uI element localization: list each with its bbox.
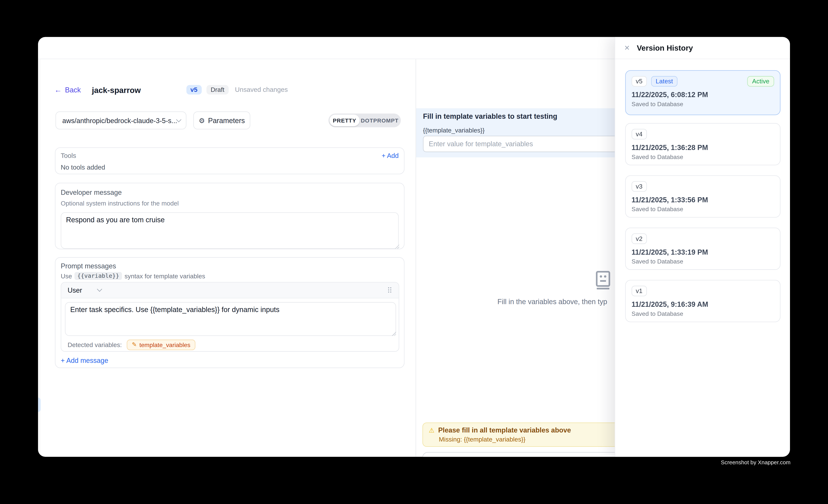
version-status: Saved to Database <box>631 258 774 265</box>
active-badge: Active <box>747 76 774 87</box>
parameters-button[interactable]: ⚙ Parameters <box>193 112 250 129</box>
version-tag: v1 <box>631 286 647 296</box>
detected-variables-row: Detected variables: ✎ template_variables <box>61 337 399 352</box>
model-select[interactable]: aws/anthropic/bedrock-claude-3-5-s... <box>55 112 187 129</box>
sidebar-active-sliver <box>38 398 41 412</box>
model-select-value: aws/anthropic/bedrock-claude-3-5-s... <box>62 117 177 124</box>
warning-icon: ⚠ <box>429 427 434 433</box>
screenshot-watermark: Screenshot by Xnapper.com <box>721 459 791 465</box>
page-title: jack-sparrow <box>92 85 141 94</box>
version-card-v4[interactable]: v4 11/21/2025, 1:36:28 PM Saved to Datab… <box>625 123 780 165</box>
version-history-header: ✕ Version History <box>615 37 790 59</box>
parameters-label: Parameters <box>208 117 245 124</box>
version-date: 11/21/2025, 9:16:39 AM <box>631 301 774 308</box>
developer-message-textarea[interactable]: Respond as you are tom cruise <box>61 212 399 249</box>
close-icon[interactable]: ✕ <box>624 44 630 51</box>
draft-badge: Draft <box>206 85 229 95</box>
gear-icon: ⚙ <box>199 117 205 124</box>
version-status: Saved to Database <box>631 310 774 317</box>
version-card-v3[interactable]: v3 11/21/2025, 1:33:56 PM Saved to Datab… <box>625 175 780 217</box>
hint-suffix: syntax for template variables <box>125 272 205 280</box>
prompt-messages-title: Prompt messages <box>61 262 116 270</box>
developer-message-card: Developer message Optional system instru… <box>55 183 405 249</box>
drag-handle-icon[interactable] <box>388 287 392 293</box>
chevron-down-icon <box>176 117 181 122</box>
tab-pretty[interactable]: PRETTY <box>330 115 360 126</box>
developer-message-title: Developer message <box>61 188 122 197</box>
tools-card: Tools + Add No tools added <box>55 148 405 174</box>
latest-badge: Latest <box>651 76 678 87</box>
empty-state-text: Fill in the variables above, then typ <box>497 298 607 306</box>
version-history-panel: ✕ Version History v5 Latest Active 11/22… <box>615 37 790 457</box>
version-tag: v3 <box>631 181 647 192</box>
collapsed-sidebar-strip <box>38 59 41 457</box>
tab-dotprompt[interactable]: DOTPROMPT <box>360 117 400 124</box>
prompt-messages-card: Prompt messages Use {{variable}} syntax … <box>55 257 405 368</box>
version-status: Saved to Database <box>631 101 774 107</box>
version-tag: v5 <box>631 76 647 87</box>
template-variable-label: {{template_variables}} <box>423 127 485 134</box>
chevron-down-icon[interactable] <box>97 287 102 292</box>
warning-title: Please fill in all template variables ab… <box>438 426 571 434</box>
developer-message-subtitle: Optional system instructions for the mod… <box>61 200 179 207</box>
prompt-message-block: User Enter task specifics. Use {{templat… <box>61 282 399 351</box>
format-toggle: PRETTY DOTPROMPT <box>328 114 401 127</box>
back-button[interactable]: Back <box>65 86 81 94</box>
variable-syntax-chip: {{variable}} <box>75 272 122 280</box>
version-tag: v2 <box>631 234 647 244</box>
pencil-icon: ✎ <box>132 342 137 348</box>
version-date: 11/22/2025, 6:08:12 PM <box>631 91 774 99</box>
prompt-hint: Use {{variable}} syntax for template var… <box>61 272 205 280</box>
role-select[interactable]: User <box>68 286 82 294</box>
screenshot-stage: ← Back jack-sparrow v5 Draft Unsaved cha… <box>0 0 828 504</box>
tools-empty-text: No tools added <box>61 164 105 171</box>
prompt-message-textarea[interactable]: Enter task specifics. Use {{template_var… <box>65 302 396 336</box>
template-variable-name: template_variables <box>139 341 191 348</box>
hint-prefix: Use <box>61 272 72 280</box>
add-tool-button[interactable]: + Add <box>382 152 399 159</box>
version-card-v2[interactable]: v2 11/21/2025, 1:33:19 PM Saved to Datab… <box>625 227 780 270</box>
version-history-title: Version History <box>637 44 693 52</box>
version-card-v1[interactable]: v1 11/21/2025, 9:16:39 AM Saved to Datab… <box>625 280 780 322</box>
version-badge: v5 <box>186 85 202 95</box>
app-window: ← Back jack-sparrow v5 Draft Unsaved cha… <box>38 37 790 457</box>
version-tag: v4 <box>631 129 647 139</box>
tools-title: Tools <box>61 152 76 159</box>
breadcrumb: ← Back jack-sparrow v5 Draft Unsaved cha… <box>54 84 288 96</box>
template-variable-chip[interactable]: ✎ template_variables <box>127 339 196 350</box>
version-card-v5[interactable]: v5 Latest Active 11/22/2025, 6:08:12 PM … <box>625 70 780 115</box>
version-status: Saved to Database <box>631 206 774 212</box>
template-variables-title: Fill in template variables to start test… <box>423 113 557 120</box>
message-role-header: User <box>61 283 399 298</box>
version-date: 11/21/2025, 1:33:56 PM <box>631 196 774 204</box>
bot-face-icon <box>595 271 612 290</box>
version-status: Saved to Database <box>631 154 774 160</box>
unsaved-changes-label: Unsaved changes <box>235 86 288 93</box>
version-date: 11/21/2025, 1:36:28 PM <box>631 143 774 152</box>
add-message-button[interactable]: + Add message <box>61 356 109 364</box>
back-arrow-icon[interactable]: ← <box>54 86 62 93</box>
version-date: 11/21/2025, 1:33:19 PM <box>631 248 774 256</box>
detected-variables-label: Detected variables: <box>68 341 122 348</box>
